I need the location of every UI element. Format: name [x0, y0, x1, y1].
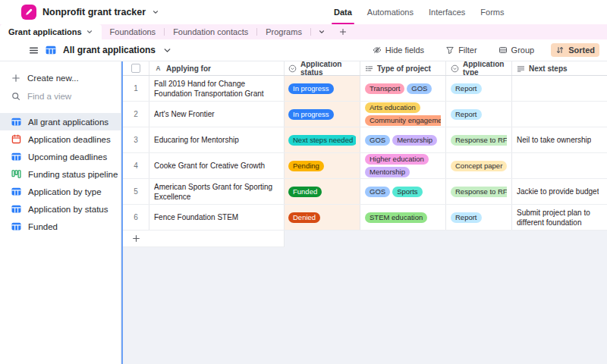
row-number: 6	[134, 213, 138, 221]
filter-button[interactable]: Filter	[441, 43, 481, 57]
cell-type-of-project[interactable]: Arts educationCommunity engagement	[360, 102, 446, 127]
cell-application-status[interactable]: Next steps needed	[285, 127, 360, 152]
group-button[interactable]: Group	[494, 43, 539, 57]
plus-icon	[11, 74, 20, 83]
row-number-cell[interactable]: 3	[123, 127, 149, 152]
cell-next-steps[interactable]	[512, 153, 607, 178]
chevron-down-icon[interactable]	[162, 46, 172, 55]
current-view-name[interactable]: All grant applications	[63, 45, 156, 55]
cell-application-type[interactable]: Report	[446, 76, 512, 101]
table-row: 4Cooke Grant for Creative GrowthPendingH…	[123, 153, 607, 179]
option-pill: Report	[451, 212, 482, 223]
cell-application-status[interactable]: In progress	[285, 102, 360, 127]
table-body: 1Fall 2019 Hand for Change Foundation Tr…	[123, 76, 607, 231]
cell-applying-for[interactable]: Art's New Frontier	[149, 102, 285, 127]
view-label: Upcoming deadlines	[28, 152, 107, 162]
chevron-down-icon[interactable]	[152, 8, 159, 16]
sidebar-view-application-deadlines[interactable]: Application deadlines	[0, 130, 121, 148]
toolbar-left: All grant applications	[29, 45, 172, 55]
hide-fields-button[interactable]: Hide fields	[368, 43, 429, 57]
option-pill: Transport	[365, 83, 404, 94]
funnel-icon	[445, 46, 454, 55]
add-table-button[interactable]	[332, 24, 354, 39]
row-number: 3	[134, 136, 138, 144]
column-label: Next steps	[529, 64, 568, 73]
option-pill: Next steps needed	[288, 135, 356, 146]
tab-foundation-contacts[interactable]: Foundation contacts	[165, 24, 256, 39]
nav-interfaces[interactable]: Interfaces	[429, 0, 465, 24]
nav-forms[interactable]: Forms	[480, 0, 504, 24]
cell-type-of-project[interactable]: Higher educationMentorship	[360, 153, 446, 178]
column-header-next-steps[interactable]: Next steps	[512, 61, 607, 75]
cell-next-steps[interactable]	[512, 102, 607, 127]
cell-applying-for[interactable]: Educaring for Mentorship	[149, 127, 285, 152]
sidebar-view-application-by-type[interactable]: Application by type	[0, 183, 121, 200]
column-header-application-status[interactable]: Application status	[285, 61, 360, 75]
cell-text: Jackie to provide budget	[517, 187, 599, 196]
option-pill: Funded	[288, 187, 322, 197]
column-header-application-type[interactable]: Application type	[446, 61, 512, 75]
row-number-cell[interactable]: 2	[123, 102, 149, 127]
sidebar-view-application-by-status[interactable]: Application by status	[0, 200, 121, 218]
sidebar-view-funding-status-pipeline[interactable]: Funding status pipeline	[0, 165, 121, 183]
option-pill: Arts education	[365, 102, 420, 113]
table-row: 2Art's New FrontierIn progressArts educa…	[123, 102, 607, 127]
cell-type-of-project[interactable]: GOSSports	[360, 179, 446, 204]
option-pill: Community engagement	[365, 115, 441, 126]
row-number-cell[interactable]: 6	[123, 205, 149, 230]
create-new-view-button[interactable]: Create new...	[0, 69, 121, 87]
cell-type-of-project[interactable]: GOSMentorship	[360, 127, 446, 152]
cell-application-type[interactable]: Concept paper	[446, 153, 512, 178]
cell-application-status[interactable]: In progress	[285, 76, 360, 101]
sorted-button[interactable]: Sorted	[551, 43, 599, 57]
cell-application-type[interactable]: Report	[446, 205, 512, 230]
row-number: 5	[134, 187, 138, 196]
column-header-applying-for[interactable]: AApplying for	[149, 61, 285, 75]
row-number: 4	[134, 162, 138, 170]
row-number-cell[interactable]: 4	[123, 153, 149, 178]
views-sidebar: Create new... Find a view All grant appl…	[0, 61, 121, 364]
cell-application-status[interactable]: Funded	[285, 179, 360, 204]
tab-overflow-chevron[interactable]	[311, 24, 332, 39]
tab-grant-applications[interactable]: Grant applications	[0, 24, 102, 39]
sidebar-view-all-grant-applications[interactable]: All grant applications	[0, 113, 121, 130]
cell-next-steps[interactable]: Neil to take ownership	[512, 127, 607, 152]
cell-text: Fence Foundation STEM	[154, 212, 238, 222]
column-header-type-of-project[interactable]: Type of project	[360, 61, 446, 75]
find-view-input[interactable]: Find a view	[0, 87, 121, 105]
header-checkbox-cell[interactable]	[123, 61, 149, 75]
cell-next-steps[interactable]: Submit project plan to different foundat…	[512, 205, 607, 230]
tab-programs[interactable]: Programs	[257, 24, 310, 39]
cell-application-status[interactable]: Denied	[285, 205, 360, 230]
cell-type-of-project[interactable]: TransportGOS	[360, 76, 446, 101]
cell-applying-for[interactable]: Fence Foundation STEM	[149, 205, 285, 230]
cell-next-steps[interactable]	[512, 76, 607, 101]
option-pill: Report	[451, 109, 482, 120]
cell-application-type[interactable]: Report	[446, 102, 512, 127]
cell-application-type[interactable]: Response to RFP	[446, 127, 512, 152]
app-logo	[21, 5, 36, 20]
view-sidebar-toggle-icon[interactable]	[29, 46, 39, 55]
nav-data[interactable]: Data	[334, 0, 352, 24]
cell-applying-for[interactable]: American Sports Grant for Sporting Excel…	[149, 179, 285, 204]
sidebar-view-upcoming-deadlines[interactable]: Upcoming deadlines	[0, 148, 121, 165]
add-record-row[interactable]	[123, 231, 285, 247]
option-pill: GOS	[407, 83, 432, 94]
nav-automations[interactable]: Automations	[367, 0, 414, 24]
cell-type-of-project[interactable]: STEM education	[360, 205, 446, 230]
row-number-cell[interactable]: 5	[123, 179, 149, 204]
cell-application-type[interactable]: Response to RFP	[446, 179, 512, 204]
tab-foundations[interactable]: Foundations	[102, 24, 165, 39]
group-icon	[498, 46, 508, 55]
cell-next-steps[interactable]: Jackie to provide budget	[512, 179, 607, 204]
cell-application-status[interactable]: Pending	[285, 153, 360, 178]
row-number-cell[interactable]: 1	[123, 76, 149, 101]
cell-applying-for[interactable]: Cooke Grant for Creative Growth	[149, 153, 285, 178]
cell-applying-for[interactable]: Fall 2019 Hand for Change Foundation Tra…	[149, 76, 285, 101]
sidebar-view-funded[interactable]: Funded	[0, 218, 121, 235]
table-empty-area	[123, 247, 607, 364]
workspace-brand[interactable]: Nonprofit grant tracker	[0, 5, 159, 20]
select-all-checkbox[interactable]	[131, 64, 140, 73]
column-label: Application status	[300, 61, 356, 75]
view-list: All grant applicationsApplication deadli…	[0, 113, 121, 235]
